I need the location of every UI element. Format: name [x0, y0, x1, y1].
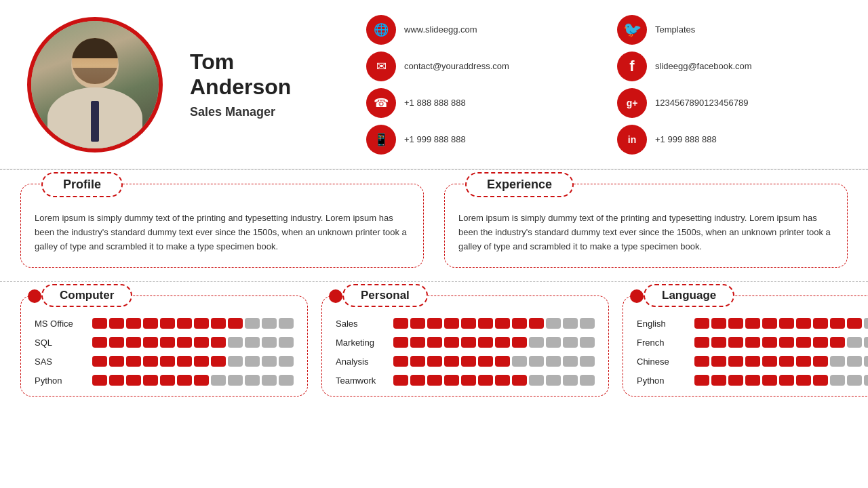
- skill-bar-filled: [194, 375, 209, 386]
- web-icon: 🌐: [366, 15, 396, 45]
- bottom-section: Computer MS OfficeSQLSASPython Personal …: [0, 282, 868, 410]
- skill-bar-filled: [461, 318, 476, 329]
- skill-bar-empty: [279, 375, 294, 386]
- skill-bar-filled: [495, 356, 510, 367]
- skill-bars: [694, 375, 868, 386]
- skill-bar-empty: [546, 356, 561, 367]
- skill-bars: [393, 318, 595, 329]
- skill-bar-empty: [864, 318, 868, 329]
- profile-card: Profile Lorem ipsum is simply dummy text…: [20, 184, 424, 268]
- phone-icon: ☎: [366, 88, 396, 118]
- contact-grid: 🌐 www.slideegg.com 🐦 Templates ✉ contact…: [339, 15, 841, 155]
- skill-bar-filled: [694, 337, 709, 348]
- skill-name: SAS: [35, 357, 85, 367]
- skill-bar-filled: [126, 375, 141, 386]
- skill-bar-filled: [109, 375, 124, 386]
- skill-bar-filled: [694, 356, 709, 367]
- skill-bar-filled: [796, 375, 811, 386]
- skill-name: French: [637, 338, 688, 348]
- skill-bars: [694, 318, 868, 329]
- skill-bars: [393, 337, 595, 348]
- skill-bar-filled: [796, 356, 811, 367]
- skill-bar-filled: [478, 318, 493, 329]
- twitter-icon: 🐦: [617, 15, 647, 45]
- personal-skills-rows: SalesMarketingAnalysisTeamwork: [336, 318, 595, 386]
- skill-bar-filled: [194, 356, 209, 367]
- skill-bar-filled: [109, 356, 124, 367]
- skill-bar-filled: [92, 337, 107, 348]
- skill-bar-filled: [410, 375, 425, 386]
- skill-bar-filled: [495, 337, 510, 348]
- skill-bar-filled: [745, 356, 760, 367]
- skill-name: Chinese: [637, 357, 688, 367]
- email-icon: ✉: [366, 52, 396, 81]
- person-name: Tom Anderson: [190, 49, 339, 100]
- skill-bar-filled: [728, 356, 743, 367]
- skill-bar-empty: [580, 337, 595, 348]
- skill-bar-filled: [143, 356, 158, 367]
- contact-mobile: 📱 +1 999 888 888: [366, 125, 590, 155]
- skill-bar-filled: [461, 375, 476, 386]
- contact-twitter: 🐦 Templates: [617, 15, 841, 45]
- skill-bar-empty: [563, 375, 578, 386]
- skill-bar-empty: [262, 356, 277, 367]
- skill-bar-filled: [393, 375, 408, 386]
- skill-bar-filled: [495, 318, 510, 329]
- google-text: 1234567890123456789: [655, 98, 748, 108]
- skill-bar-filled: [160, 337, 175, 348]
- skill-bar-filled: [711, 356, 726, 367]
- skill-bar-filled: [461, 337, 476, 348]
- skill-bar-filled: [109, 337, 124, 348]
- facebook-icon: f: [617, 52, 647, 81]
- skill-bar-empty: [546, 318, 561, 329]
- skill-bar-empty: [847, 337, 862, 348]
- skill-row: Teamwork: [336, 375, 595, 386]
- skill-bar-filled: [745, 337, 760, 348]
- skill-bar-filled: [160, 356, 175, 367]
- mobile-text: +1 999 888 888: [404, 134, 466, 144]
- skill-bar-filled: [478, 375, 493, 386]
- skill-bar-filled: [444, 318, 459, 329]
- skill-bar-empty: [546, 337, 561, 348]
- personal-label: Personal: [361, 289, 410, 302]
- skill-bar-filled: [143, 375, 158, 386]
- skill-bar-filled: [126, 356, 141, 367]
- experience-label: Experience: [487, 178, 552, 192]
- skill-bar-filled: [427, 318, 442, 329]
- skill-bar-filled: [393, 337, 408, 348]
- personal-header: Personal: [342, 284, 428, 307]
- skill-bar-filled: [478, 356, 493, 367]
- skill-bar-filled: [495, 375, 510, 386]
- skill-bars: [393, 375, 595, 386]
- computer-skills-panel: Computer MS OfficeSQLSASPython: [20, 296, 308, 396]
- skill-bar-filled: [177, 318, 192, 329]
- language-dot: [630, 289, 644, 303]
- skill-row: French: [637, 337, 868, 348]
- skill-bar-filled: [160, 375, 175, 386]
- profile-header: Profile: [41, 172, 123, 197]
- skill-bars: [92, 375, 294, 386]
- skill-bar-filled: [393, 318, 408, 329]
- skill-bar-filled: [427, 337, 442, 348]
- skill-bar-filled: [177, 356, 192, 367]
- skill-bar-filled: [711, 318, 726, 329]
- skill-bar-empty: [546, 375, 561, 386]
- skill-bar-empty: [563, 356, 578, 367]
- skill-name: Marketing: [336, 338, 387, 348]
- skill-bars: [92, 337, 294, 348]
- skill-bar-filled: [92, 356, 107, 367]
- skill-bar-filled: [847, 318, 862, 329]
- skill-bar-filled: [194, 337, 209, 348]
- skill-bar-empty: [228, 356, 243, 367]
- skill-bar-filled: [177, 337, 192, 348]
- email-text: contact@youraddress.com: [404, 61, 509, 71]
- skill-bar-filled: [512, 375, 527, 386]
- skill-bar-empty: [262, 318, 277, 329]
- skill-bar-filled: [228, 318, 243, 329]
- contact-phone: ☎ +1 888 888 888: [366, 88, 590, 118]
- skill-bar-filled: [512, 318, 527, 329]
- skill-bar-empty: [245, 356, 260, 367]
- skill-bar-filled: [444, 337, 459, 348]
- skill-name: Analysis: [336, 357, 387, 367]
- skill-row: SQL: [35, 337, 294, 348]
